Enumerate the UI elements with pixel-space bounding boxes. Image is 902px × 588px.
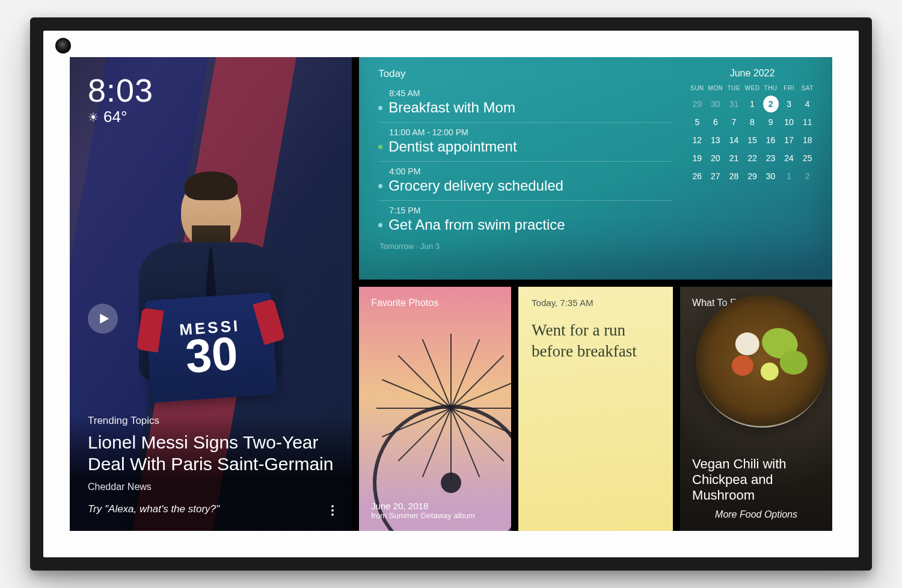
agenda-header: Today: [378, 68, 672, 80]
news-photo-person: MESSI 30: [139, 176, 283, 393]
calendar-day[interactable]: 1: [744, 96, 760, 112]
event-title: Dentist appointment: [388, 138, 517, 155]
agenda-event[interactable]: 4:00 PMGrocery delivery scheduled: [378, 162, 672, 201]
clock-weather: 8:03 ☀ 64°: [88, 72, 153, 126]
agenda-event[interactable]: 7:15 PMGet Ana from swim practice: [378, 201, 672, 239]
calendar-day[interactable]: 26: [689, 168, 705, 185]
home-screen: MESSI 30 8:03 ☀ 64° Trending: [70, 57, 832, 531]
calendar-day[interactable]: 9: [763, 114, 779, 130]
event-time: 7:15 PM: [389, 206, 672, 215]
calendar-dow: WED: [743, 85, 762, 95]
calendar-day[interactable]: 22: [744, 150, 760, 167]
calendar-day[interactable]: 2: [800, 168, 815, 185]
calendar-day[interactable]: 11: [800, 114, 815, 130]
more-button[interactable]: [325, 503, 340, 518]
calendar-day[interactable]: 25: [800, 150, 815, 167]
calendar-day[interactable]: 16: [763, 132, 779, 149]
calendar-day[interactable]: 18: [800, 132, 815, 149]
event-time: 11:00 AM - 12:00 PM: [389, 127, 672, 137]
event-bullet-icon: [378, 145, 382, 149]
calendar-day[interactable]: 2: [763, 96, 779, 112]
food-widget[interactable]: What To Eat Vegan Chili with Chickpea an…: [680, 287, 832, 531]
calendar-day[interactable]: 10: [781, 114, 797, 130]
photos-widget[interactable]: Favorite Photos: [359, 287, 511, 531]
note-timestamp: Today, 7:35 AM: [532, 298, 660, 308]
photo-album: from Summer Getaway album: [371, 511, 499, 520]
sticky-note-widget[interactable]: Today, 7:35 AM Went for a run before bre…: [518, 287, 673, 531]
calendar-dow: FRI: [780, 85, 799, 95]
calendar-dow: MON: [707, 85, 725, 95]
mini-calendar[interactable]: June 2022 SUNMONTUEWEDTHUFRISAT 29303112…: [688, 68, 832, 280]
more-food-link[interactable]: More Food Options: [692, 509, 820, 520]
photo-date: June 20, 2018: [371, 501, 499, 511]
weather-temp: 64°: [103, 108, 127, 126]
calendar-day[interactable]: 5: [689, 114, 705, 130]
device-matte: MESSI 30 8:03 ☀ 64° Trending: [43, 31, 859, 557]
calendar-day[interactable]: 19: [689, 150, 705, 167]
agenda-event[interactable]: 11:00 AM - 12:00 PMDentist appointment: [378, 123, 672, 162]
news-panel[interactable]: MESSI 30 8:03 ☀ 64° Trending: [70, 57, 352, 531]
news-overlay: Trending Topics Lionel Messi Signs Two-Y…: [70, 415, 352, 531]
event-bullet-icon: [378, 106, 382, 110]
calendar-day[interactable]: 30: [763, 168, 779, 185]
calendar-day[interactable]: 27: [708, 168, 723, 185]
calendar-day[interactable]: 23: [763, 150, 779, 167]
camera-icon: [55, 38, 71, 54]
agenda-list: Today 8:45 AMBreakfast with Mom11:00 AM …: [359, 68, 688, 280]
calendar-day[interactable]: 17: [781, 132, 797, 149]
calendar-day[interactable]: 3: [781, 96, 797, 112]
event-bullet-icon: [378, 223, 382, 227]
event-title: Get Ana from swim practice: [388, 216, 565, 233]
widget-row: Favorite Photos: [359, 287, 832, 531]
calendar-day[interactable]: 14: [726, 132, 741, 149]
calendar-day[interactable]: 7: [726, 114, 741, 130]
calendar-day[interactable]: 21: [726, 150, 741, 167]
calendar-day[interactable]: 29: [744, 168, 760, 185]
news-source: Cheddar News: [88, 482, 334, 492]
calendar-day[interactable]: 6: [708, 114, 723, 130]
news-headline[interactable]: Lionel Messi Signs Two-Year Deal With Pa…: [88, 432, 334, 474]
calendar-day[interactable]: 15: [744, 132, 760, 149]
calendar-dow: TUE: [725, 85, 743, 95]
photos-title: Favorite Photos: [371, 298, 499, 308]
note-body: Went for a run before breakfast: [532, 320, 660, 362]
calendar-day[interactable]: 12: [689, 132, 705, 149]
alexa-hint: Try "Alexa, what's the story?": [88, 503, 334, 515]
calendar-day[interactable]: 20: [708, 150, 723, 167]
calendar-dow: SUN: [688, 85, 707, 95]
agenda-event[interactable]: 8:45 AMBreakfast with Mom: [378, 84, 672, 123]
food-bowl-icon: [695, 295, 827, 427]
event-bullet-icon: [378, 184, 382, 188]
recipe-name: Vegan Chili with Chickpea and Mushroom: [692, 456, 820, 503]
photo-caption: June 20, 2018 from Summer Getaway album: [371, 501, 499, 520]
event-title: Breakfast with Mom: [388, 99, 515, 116]
device-frame: MESSI 30 8:03 ☀ 64° Trending: [30, 17, 872, 571]
calendar-day[interactable]: 8: [744, 114, 760, 130]
news-section-label: Trending Topics: [88, 415, 334, 427]
calendar-day[interactable]: 31: [726, 96, 741, 112]
calendar-day[interactable]: 13: [708, 132, 723, 149]
calendar-day[interactable]: 4: [800, 96, 815, 112]
calendar-day[interactable]: 24: [781, 150, 797, 167]
calendar-month: June 2022: [688, 68, 817, 79]
clock-time: 8:03: [88, 72, 153, 109]
jersey-graphic: MESSI 30: [144, 292, 277, 403]
calendar-dow: THU: [761, 85, 780, 95]
jersey-number: 30: [184, 332, 239, 378]
event-title: Grocery delivery scheduled: [388, 177, 563, 194]
right-column: Today 8:45 AMBreakfast with Mom11:00 AM …: [359, 57, 832, 531]
calendar-dow: SAT: [798, 85, 817, 95]
calendar-day[interactable]: 30: [708, 96, 723, 112]
event-time: 4:00 PM: [389, 167, 672, 176]
weather-icon: ☀: [88, 110, 99, 124]
calendar-day[interactable]: 29: [689, 96, 705, 112]
play-icon: [98, 313, 110, 325]
play-button[interactable]: [88, 304, 118, 334]
event-time: 8:45 AM: [389, 88, 672, 98]
calendar-day[interactable]: 28: [726, 168, 741, 185]
calendar-day[interactable]: 1: [781, 168, 797, 185]
calendar-panel[interactable]: Today 8:45 AMBreakfast with Mom11:00 AM …: [359, 57, 832, 280]
agenda-footer: Tomorrow · Jun 3: [379, 242, 672, 251]
